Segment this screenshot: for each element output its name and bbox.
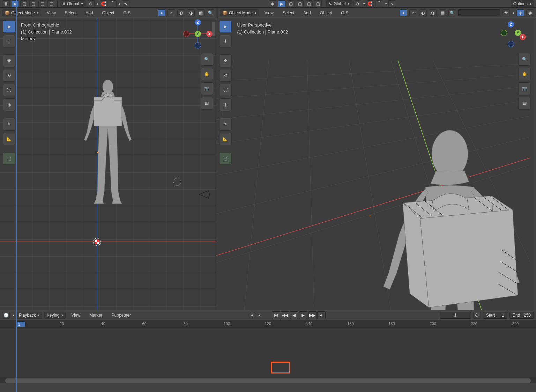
rotate-tool-r[interactable]: ⟲	[219, 69, 232, 82]
scale-tool[interactable]: ⛶	[3, 84, 15, 96]
z-axis-handle-r[interactable]: Z	[508, 21, 514, 28]
shading-wire-l[interactable]: ○	[168, 9, 175, 16]
neg-z-handle-r[interactable]	[508, 41, 514, 47]
z-axis-handle[interactable]: Z	[195, 19, 201, 25]
pivot-icon[interactable]: ⊙	[87, 0, 95, 7]
nav-gizmo-left[interactable]: Z X Y	[184, 20, 212, 48]
orientation-dropdown-r[interactable]: ↯ Global▾	[326, 0, 352, 7]
y-axis-handle[interactable]: Y	[195, 31, 201, 37]
shading-wire-r[interactable]: ○	[409, 9, 417, 16]
shading-mat-l[interactable]: ◐	[177, 9, 185, 16]
nav-gizmo-right[interactable]: Z Y X	[501, 20, 529, 48]
snap-toggle-r[interactable]: 🧲	[366, 0, 374, 7]
select-mode-2[interactable]: ▢	[29, 0, 37, 7]
gizmo-icon[interactable]: ◈	[516, 9, 524, 16]
xray-l[interactable]: ▦	[197, 9, 204, 16]
play-reverse-icon[interactable]: ◀	[290, 311, 298, 319]
jump-start-icon[interactable]: ⏮	[272, 311, 280, 319]
visibility-icon[interactable]: 👁	[502, 9, 510, 16]
timeline-editor-icon[interactable]: 🕘	[2, 312, 10, 319]
playhead-line[interactable]	[16, 0, 17, 392]
current-frame-field[interactable]: 1	[440, 312, 471, 319]
select-tool-icon[interactable]: ▶	[11, 0, 19, 7]
select-box-tool-r[interactable]: ▶	[219, 20, 232, 33]
x-axis-handle-r[interactable]: X	[520, 34, 526, 40]
move-tool-r[interactable]: ✥	[219, 54, 232, 67]
end-frame-field[interactable]: End 250	[509, 312, 534, 319]
pivot-icon-r[interactable]: ⊙	[353, 0, 361, 7]
next-key-icon[interactable]: ▶▶	[308, 311, 317, 319]
shading-solid-l[interactable]: ●	[158, 9, 165, 16]
menu-gis-l[interactable]: GIS	[120, 10, 134, 16]
mode-dropdown-right[interactable]: 📦 Object Mode▾	[220, 9, 259, 16]
orientation-dropdown[interactable]: ↯ Global▾	[60, 0, 85, 7]
menu-view-r[interactable]: View	[261, 10, 277, 16]
shading-render-l[interactable]: ◑	[187, 9, 195, 16]
timeline-ruler[interactable]: 1 20 40 60 80 100 120 140 160 180 200 22…	[0, 320, 536, 329]
select-mode-r2[interactable]: ▢	[296, 0, 304, 7]
transform-tool[interactable]: ◎	[3, 98, 15, 111]
neg-z-handle[interactable]	[195, 42, 201, 49]
neg-x-handle[interactable]	[183, 31, 189, 37]
camera-icon[interactable]: 📷	[201, 82, 213, 95]
viewport-right[interactable]: ▶ ✛ ✥ ⟲ ⛶ ◎ ✎ 📐 ⬚ User Perspective (1) C…	[216, 18, 536, 310]
select-mode-r1[interactable]: ▢	[287, 0, 295, 7]
overlays-icon[interactable]: ◉	[526, 9, 534, 16]
menu-tl-marker[interactable]: Marker	[86, 312, 106, 318]
zoom-icon[interactable]: 🔍	[201, 53, 213, 66]
search-icon-r[interactable]: 🔍	[448, 9, 456, 16]
prev-key-icon[interactable]: ◀◀	[281, 311, 289, 319]
play-icon[interactable]: ▶	[299, 311, 307, 319]
menu-object-r[interactable]: Object	[317, 10, 336, 16]
shading-solid-r[interactable]: ●	[400, 9, 407, 16]
select-mode-4[interactable]: ▢	[47, 0, 55, 7]
snap-options-r[interactable]: ⌒	[375, 0, 383, 7]
neg-y-handle-r[interactable]	[501, 30, 507, 36]
pan-icon-r[interactable]: ✋	[518, 68, 531, 80]
menu-tl-puppeteer[interactable]: Puppeteer	[108, 312, 134, 318]
search-field[interactable]	[458, 9, 500, 16]
grid-icon-r[interactable]: ▦	[518, 97, 531, 110]
timer-icon[interactable]: ⏱	[473, 312, 481, 319]
pan-icon[interactable]: ✋	[201, 68, 213, 80]
keying-dropdown[interactable]: Keying▾	[44, 312, 66, 319]
timeline-scrollbar[interactable]	[0, 378, 536, 383]
select-tool-icon-r[interactable]: ▶	[278, 0, 285, 7]
playback-dropdown[interactable]: Playback▾	[16, 312, 42, 319]
menu-tl-view[interactable]: View	[68, 312, 84, 318]
add-primitive-tool-r[interactable]: ⬚	[219, 152, 232, 165]
timeline-body[interactable]	[0, 329, 536, 378]
menu-gis-r[interactable]: GIS	[337, 10, 352, 16]
options-dropdown[interactable]: Options▾	[511, 0, 534, 7]
shading-render-r[interactable]: ◑	[429, 9, 437, 16]
mode-dropdown-left[interactable]: 📦 Object Mode▾	[2, 9, 41, 16]
menu-add-l[interactable]: Add	[82, 10, 96, 16]
rotate-tool[interactable]: ⟲	[3, 69, 15, 82]
move-tool[interactable]: ✥	[3, 54, 15, 67]
shading-mat-r[interactable]: ◐	[419, 9, 427, 16]
scale-tool-r[interactable]: ⛶	[219, 84, 232, 96]
measure-tool[interactable]: 📐	[3, 133, 15, 145]
menu-select-l[interactable]: Select	[61, 10, 80, 16]
select-box-tool[interactable]: ▶	[3, 20, 15, 33]
cursor-tool-r[interactable]: ✛	[219, 35, 232, 47]
snap-icon-r[interactable]: ⋕	[269, 0, 276, 7]
playhead-frame[interactable]: 1	[16, 321, 25, 327]
select-mode-r3[interactable]: ▢	[305, 0, 313, 7]
menu-select-r[interactable]: Select	[279, 10, 298, 16]
proportional-icon[interactable]: ∿	[122, 0, 129, 7]
select-mode-1[interactable]: ▢	[20, 0, 28, 7]
jump-end-icon[interactable]: ⏭	[317, 311, 326, 319]
x-axis-handle[interactable]: X	[206, 31, 213, 37]
zoom-icon-r[interactable]: 🔍	[518, 53, 531, 66]
xray-r[interactable]: ▦	[439, 9, 446, 16]
snap-icon[interactable]: ⋕	[2, 0, 10, 7]
measure-tool-r[interactable]: 📐	[219, 133, 232, 145]
start-frame-field[interactable]: Start 1	[483, 312, 507, 319]
proportional-icon-r[interactable]: ∿	[388, 0, 396, 7]
menu-add-r[interactable]: Add	[300, 10, 314, 16]
cursor-tool[interactable]: ✛	[3, 35, 15, 47]
menu-view-l[interactable]: View	[43, 10, 59, 16]
transform-tool-r[interactable]: ◎	[219, 98, 232, 111]
snap-options[interactable]: ⌒	[109, 0, 117, 7]
